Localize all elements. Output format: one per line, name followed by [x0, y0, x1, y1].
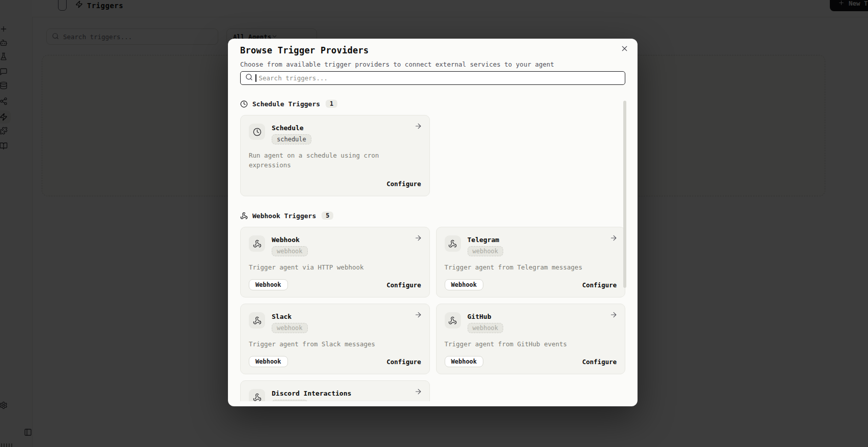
section-count-badge: 1: [326, 100, 337, 108]
provider-type-badge: webhook: [272, 400, 308, 401]
configure-link[interactable]: Configure: [387, 180, 421, 188]
section-card-grid: Webhook webhook Trigger agent via HTTP w…: [240, 227, 625, 401]
provider-type-badge: webhook: [272, 323, 308, 333]
section-count-badge: 5: [322, 212, 333, 220]
modal-search-input[interactable]: Search triggers...: [240, 71, 625, 85]
trigger-card-schedule[interactable]: Schedule schedule Run agent on a schedul…: [240, 115, 430, 196]
providers-list: Schedule Triggers 1 Schedule schedule Ru…: [240, 99, 625, 401]
arrow-right-icon: [610, 311, 618, 321]
trigger-card-slack[interactable]: Slack webhook Trigger agent from Slack m…: [240, 304, 430, 374]
clock-icon: [240, 100, 248, 108]
provider-title: Telegram: [468, 236, 504, 244]
trigger-card-github[interactable]: GitHub webhook Trigger agent from GitHub…: [436, 304, 626, 374]
provider-type-badge: webhook: [272, 246, 308, 256]
scrollbar-thumb[interactable]: [623, 101, 626, 288]
clock-icon: [249, 124, 265, 140]
arrow-right-icon: [610, 234, 618, 244]
webhook-tag-button[interactable]: Webhook: [249, 356, 288, 367]
section-header: Schedule Triggers 1: [240, 99, 625, 109]
provider-description: Trigger agent via HTTP webhook: [249, 262, 421, 272]
text-caret: [255, 74, 256, 82]
section-label: Webhook Triggers: [252, 212, 316, 220]
configure-link[interactable]: Configure: [387, 358, 421, 366]
provider-title: GitHub: [468, 313, 504, 320]
trigger-card-discord-interactions[interactable]: Discord Interactions webhook: [240, 380, 430, 401]
arrow-right-icon: [414, 388, 422, 398]
trigger-section: Schedule Triggers 1 Schedule schedule Ru…: [240, 99, 625, 196]
trigger-card-telegram[interactable]: Telegram webhook Trigger agent from Tele…: [436, 227, 626, 297]
provider-title: Schedule: [272, 124, 311, 132]
arrow-right-icon: [414, 234, 422, 244]
provider-title: Webhook: [272, 236, 308, 244]
section-header: Webhook Triggers 5: [240, 211, 625, 221]
provider-type-badge: webhook: [468, 323, 504, 333]
webhook-tag-button[interactable]: Webhook: [445, 279, 484, 290]
arrow-right-icon: [414, 122, 422, 132]
provider-type-badge: schedule: [272, 134, 311, 144]
trigger-card-webhook[interactable]: Webhook webhook Trigger agent via HTTP w…: [240, 227, 430, 297]
configure-link[interactable]: Configure: [582, 281, 617, 289]
provider-title: Slack: [272, 313, 308, 320]
webhook-tag-button[interactable]: Webhook: [249, 279, 288, 290]
provider-title: Discord Interactions: [272, 390, 352, 397]
provider-description: Run agent on a schedule using cron expre…: [249, 151, 421, 170]
webhook-icon: [445, 235, 461, 252]
close-button[interactable]: [618, 43, 630, 55]
modal-search-placeholder: Search triggers...: [259, 74, 328, 82]
provider-description: Trigger agent from Slack messages: [249, 339, 421, 349]
browse-trigger-providers-modal: Browse Trigger Providers Choose from ava…: [228, 39, 638, 406]
webhook-icon: [249, 389, 265, 401]
modal-title: Browse Trigger Providers: [240, 45, 369, 55]
section-card-grid: Schedule schedule Run agent on a schedul…: [240, 115, 625, 196]
webhook-tag-button[interactable]: Webhook: [445, 356, 484, 367]
configure-link[interactable]: Configure: [582, 358, 617, 366]
provider-type-badge: webhook: [468, 246, 504, 256]
section-label: Schedule Triggers: [252, 100, 320, 108]
close-icon: [620, 44, 629, 54]
arrow-right-icon: [414, 311, 422, 321]
webhook-icon: [445, 312, 461, 329]
trigger-section: Webhook Triggers 5 Webhook webhook Trigg…: [240, 211, 625, 401]
webhook-icon: [249, 312, 265, 329]
webhook-icon: [240, 212, 248, 220]
search-icon: [245, 73, 253, 83]
configure-link[interactable]: Configure: [387, 281, 421, 289]
provider-description: Trigger agent from Telegram messages: [445, 262, 617, 272]
modal-subtitle: Choose from available trigger providers …: [240, 61, 554, 68]
webhook-icon: [249, 235, 265, 252]
provider-description: Trigger agent from GitHub events: [445, 339, 617, 349]
